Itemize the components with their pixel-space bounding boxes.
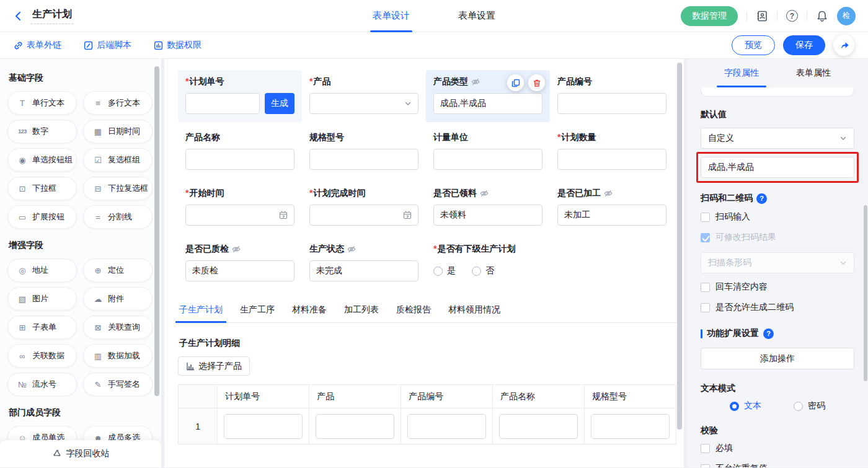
generate-button[interactable]: 生成 <box>265 93 294 114</box>
plan-no-input[interactable] <box>185 93 260 114</box>
sidebar-field-关联数据[interactable]: ∞关联数据 <box>7 344 77 368</box>
sidebar-scrollbar[interactable] <box>154 66 159 396</box>
subform-tab-材料领用情况[interactable]: 材料领用情况 <box>448 299 500 322</box>
field-plan-no[interactable]: 计划单号 生成 <box>178 70 302 122</box>
sidebar-field-定位[interactable]: ⊕定位 <box>83 258 153 282</box>
user-avatar[interactable]: 检 <box>837 7 856 25</box>
default-value-mode-select[interactable]: 自定义 <box>701 128 854 149</box>
add-operation-button[interactable]: 添加操作 <box>701 348 854 369</box>
field-product[interactable]: 产品 <box>302 70 426 122</box>
subform-tab-加工列表[interactable]: 加工列表 <box>344 299 379 322</box>
share-button[interactable] <box>833 35 854 56</box>
tab-form-design[interactable]: 表单设计 <box>373 0 410 32</box>
picked-input[interactable]: 未领料 <box>433 205 542 226</box>
help-icon[interactable]: ? <box>763 329 774 339</box>
sidebar-field-下拉框[interactable]: ⊡下拉框 <box>7 177 77 200</box>
data-permission-link[interactable]: 数据权限 <box>154 40 202 51</box>
cell-input-产品编号[interactable] <box>407 414 486 439</box>
form-external-link[interactable]: 表单外链 <box>14 40 61 51</box>
field-picked[interactable]: 是否已领料 未领料 <box>426 182 550 234</box>
default-value-input[interactable]: 成品,半成品 <box>701 157 854 178</box>
radio-text-mode-text[interactable]: 文本 <box>730 400 761 412</box>
field-processed[interactable]: 是否已加工 未加工 <box>550 182 674 234</box>
spec-model-input[interactable] <box>309 149 418 170</box>
tab-form-properties[interactable]: 表单属性 <box>796 59 831 87</box>
tab-form-settings[interactable]: 表单设置 <box>458 0 495 32</box>
scan-type-select[interactable]: 扫描条形码 <box>701 252 854 273</box>
radio-option-yes[interactable]: 是 <box>433 265 456 276</box>
unit-input[interactable] <box>433 149 542 170</box>
sidebar-field-下拉复选框[interactable]: ⊟下拉复选框 <box>83 177 153 200</box>
canvas-scrollbar[interactable] <box>677 63 682 430</box>
checkbox-allow-qrcode[interactable]: 是否允许生成二维码 <box>701 302 854 313</box>
save-button[interactable]: 保存 <box>783 35 825 55</box>
help-icon[interactable]: ? <box>756 193 767 204</box>
processed-input[interactable]: 未加工 <box>557 205 666 226</box>
field-unit[interactable]: 计量单位 <box>426 126 550 178</box>
panel-scrollbar[interactable] <box>864 205 867 381</box>
cell-input-产品名称[interactable] <box>499 414 578 439</box>
sidebar-field-流水号[interactable]: №流水号 <box>7 373 77 396</box>
subform-tab-生产工序[interactable]: 生产工序 <box>240 299 275 322</box>
sidebar-field-数据加载[interactable]: ▥数据加载 <box>83 344 153 368</box>
sidebar-field-附件[interactable]: ☁附件 <box>83 287 153 311</box>
product-type-input[interactable]: 成品,半成品 <box>433 93 542 114</box>
cell-input-计划单号[interactable] <box>224 414 303 439</box>
select-sub-product-button[interactable]: 选择子产品 <box>178 356 250 376</box>
copy-field-button[interactable] <box>507 74 524 91</box>
field-finish-time[interactable]: 计划完成时间 <box>302 182 426 234</box>
cell-input-产品[interactable] <box>316 414 394 439</box>
sidebar-field-地址[interactable]: ◎地址 <box>7 258 77 282</box>
tab-field-properties[interactable]: 字段属性 <box>724 59 759 87</box>
field-spec-model[interactable]: 规格型号 <box>302 126 426 178</box>
checkbox-required[interactable]: 必填 <box>701 443 854 454</box>
field-status[interactable]: 生产状态 未完成 <box>302 237 426 289</box>
sidebar-field-扩展按钮[interactable]: ▭扩展按钮 <box>7 205 77 229</box>
radio-option-no[interactable]: 否 <box>472 265 494 276</box>
field-has-sub-plan[interactable]: 是否有下级生产计划 是 否 <box>426 237 674 289</box>
back-button[interactable] <box>12 11 24 22</box>
delete-field-button[interactable] <box>528 74 545 91</box>
checkbox-scan-input[interactable]: 扫码输入 <box>701 211 854 223</box>
finish-time-input[interactable] <box>309 205 418 226</box>
product-code-input[interactable] <box>557 93 666 114</box>
backend-script-link[interactable]: 后端脚本 <box>84 40 131 51</box>
sidebar-field-分割线[interactable]: =分割线 <box>83 205 153 229</box>
sidebar-field-单行文本[interactable]: T单行文本 <box>7 91 77 115</box>
sidebar-field-单选按钮组[interactable]: ◉单选按钮组 <box>7 148 77 172</box>
contacts-icon[interactable] <box>756 10 768 22</box>
field-product-type[interactable]: 产品类型 成品,半成品 <box>426 70 550 122</box>
subform-tab-子生产计划[interactable]: 子生产计划 <box>179 299 223 322</box>
field-plan-qty[interactable]: 计划数量 <box>550 126 674 178</box>
sidebar-field-多行文本[interactable]: ≡多行文本 <box>83 91 153 115</box>
sidebar-field-数字[interactable]: 123数字 <box>7 120 77 143</box>
start-time-input[interactable] <box>185 205 294 226</box>
field-inspected[interactable]: 是否已质检 未质检 <box>178 237 302 289</box>
checkbox-enter-clear[interactable]: 回车清空内容 <box>701 281 854 293</box>
product-select[interactable] <box>309 93 418 114</box>
sidebar-field-子表单[interactable]: ⊞子表单 <box>7 316 77 339</box>
sidebar-field-复选框组[interactable]: ☑复选框组 <box>83 148 153 172</box>
field-recycle-bin[interactable]: 字段回收站 <box>0 440 161 467</box>
field-product-code[interactable]: 产品编号 <box>550 70 674 122</box>
inspected-input[interactable]: 未质检 <box>185 260 294 281</box>
preview-button[interactable]: 预览 <box>732 35 775 55</box>
field-start-time[interactable]: 开始时间 <box>178 182 302 234</box>
sidebar-field-图片[interactable]: ▧图片 <box>7 287 77 311</box>
cell-input-规格型号[interactable] <box>591 414 670 439</box>
radio-text-mode-password[interactable]: 密码 <box>794 400 825 412</box>
plan-qty-input[interactable] <box>557 149 666 170</box>
notification-bell-icon[interactable] <box>816 10 828 22</box>
page-title[interactable]: 生产计划 <box>31 8 73 24</box>
sidebar-field-关联查询[interactable]: ⊠关联查询 <box>83 316 153 339</box>
help-icon[interactable]: ? <box>786 10 798 22</box>
subform-tab-材料准备[interactable]: 材料准备 <box>292 299 327 322</box>
product-name-input[interactable] <box>185 149 294 170</box>
data-manage-button[interactable]: 数据管理 <box>681 6 738 26</box>
status-input[interactable]: 未完成 <box>309 260 418 281</box>
checkbox-editable-scan-result[interactable]: 可修改扫码结果 <box>701 232 854 243</box>
field-product-name[interactable]: 产品名称 <box>178 126 302 178</box>
sidebar-field-日期时间[interactable]: ▦日期时间 <box>83 120 153 143</box>
sidebar-field-手写签名[interactable]: ✎手写签名 <box>83 373 153 396</box>
checkbox-no-duplicate[interactable]: 不允许重复值 <box>701 463 854 467</box>
